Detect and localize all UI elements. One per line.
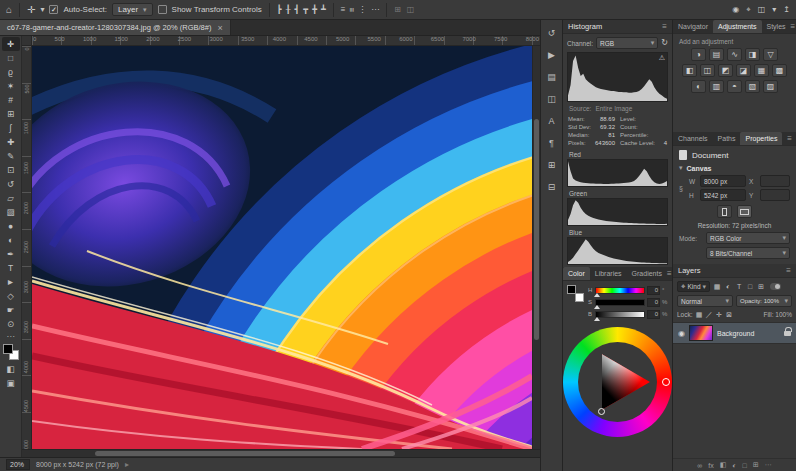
current-tool-icon[interactable]: ✛ [27,5,35,15]
share-icon[interactable]: ↥ [783,6,790,14]
triangle-selector[interactable] [598,408,605,415]
opacity-dropdown[interactable]: Opacity: 100% ▾ [736,295,792,307]
workspace-chevron-icon[interactable]: ▾ [772,6,776,14]
tab-adjustments[interactable]: Adjustments [713,20,762,33]
tab-libraries[interactable]: Libraries [590,267,627,280]
hue-slider[interactable] [595,287,645,294]
horizontal-scrollbar-thumb[interactable] [95,451,395,456]
path-selection-tool[interactable]: ► [2,275,20,289]
hue-slider-value[interactable]: 0 [647,286,660,295]
threshold-icon[interactable]: ◓ [727,80,742,93]
link-dimensions-icon[interactable]: § [679,185,686,192]
width-field[interactable]: 8000 px [700,175,746,187]
history-brush-tool[interactable]: ↺ [2,177,20,191]
pixel-filter-icon[interactable]: ▦ [712,282,722,292]
paragraph-panel-icon[interactable]: ¶ [544,136,560,149]
edit-toolbar-icon[interactable]: ⋯ [7,332,15,341]
document-tab[interactable]: c67-78-gamer-and-creator-1280307384.jpg … [0,20,231,35]
invert-icon[interactable]: ◐ [691,80,706,93]
exposure-icon[interactable]: ◨ [745,48,760,61]
tab-gradients[interactable]: Gradients [627,267,667,280]
align-middle-icon[interactable]: ╋ [312,6,317,14]
brush-settings-panel-icon[interactable]: ⊟ [544,180,560,193]
workspace-switcher-icon[interactable]: ◫ [758,6,766,14]
selective-color-icon[interactable]: ▧ [745,80,760,93]
pen-tool[interactable]: ✒ [2,247,20,261]
shape-tool[interactable]: ◇ [2,289,20,303]
brightness-slider[interactable] [595,311,645,318]
portrait-orientation-button[interactable] [717,205,732,218]
blur-tool[interactable]: ● [2,219,20,233]
align-center-horizontal-icon[interactable]: ╂ [286,6,291,14]
panel-menu-icon[interactable]: ≡ [786,266,791,275]
align-left-icon[interactable]: ┣ [277,6,282,14]
panel-menu-icon[interactable]: ≡ [787,134,792,143]
workspace-overlay-icon[interactable]: ◫ [407,6,415,14]
foreground-color-swatch[interactable] [567,285,576,294]
landscape-orientation-button[interactable] [737,205,752,218]
section-chevron-icon[interactable]: ▾ [679,164,683,172]
saturation-slider-value[interactable]: 0 [647,298,660,307]
lock-transparency-icon[interactable]: ▦ [695,310,704,319]
vertical-scrollbar-thumb[interactable] [534,119,539,341]
adjustment-filter-icon[interactable]: ◐ [723,282,733,292]
layer-mask-icon[interactable]: ◧ [720,461,727,469]
layers-panel-header[interactable]: Layers ≡ [673,264,796,278]
character-panel-icon[interactable]: A [544,114,560,127]
ruler-horizontal[interactable]: 0500100015002000250030003500400045005000… [32,36,540,46]
curves-icon[interactable]: ∿ [727,48,742,61]
color-mode-dropdown[interactable]: RGB Color ▾ [706,232,790,244]
tab-properties[interactable]: Properties [740,132,782,145]
link-layers-icon[interactable]: ∞ [697,462,702,469]
distribute-spacing-icon[interactable]: ⋮ [358,6,366,14]
ruler-corner[interactable] [22,36,32,46]
search-icon[interactable]: ⌖ [746,6,751,14]
zoom-tool[interactable]: ⊙ [2,317,20,331]
background-color-swatch[interactable] [575,293,584,302]
dodge-tool[interactable]: ◐ [2,233,20,247]
type-filter-icon[interactable]: T [734,282,744,292]
brightness-contrast-icon[interactable]: ◑ [691,48,706,61]
quick-mask-icon[interactable]: ◧ [2,362,20,376]
color-lookup-icon[interactable]: ▩ [772,64,787,77]
layer-effects-icon[interactable]: fx [708,462,713,469]
info-panel-icon[interactable]: ▤ [544,70,560,83]
color-balance-icon[interactable]: ◫ [700,64,715,77]
panel-menu-icon[interactable]: ≡ [791,22,796,31]
histogram-panel-header[interactable]: Histogram ≡ [563,20,672,34]
vertical-scrollbar[interactable] [532,46,540,449]
lock-pixels-icon[interactable]: ／ [705,310,714,319]
screen-mode-icon[interactable]: ▣ [2,376,20,390]
panel-menu-icon[interactable]: ≡ [662,22,667,31]
type-tool[interactable]: T [2,261,20,275]
marquee-tool[interactable]: □ [2,51,20,65]
adjustment-layer-icon[interactable]: ◐ [732,462,736,469]
uncached-warning-icon[interactable]: ⚠ [659,54,665,62]
gradient-map-icon[interactable]: ▨ [763,80,778,93]
status-chevron-icon[interactable]: ▸ [125,461,129,469]
x-field[interactable] [760,175,790,187]
lasso-tool[interactable]: ϱ [2,65,20,79]
foreground-color-swatch[interactable] [3,344,13,354]
hue-saturation-icon[interactable]: ◧ [682,64,697,77]
hue-ring-selector[interactable] [662,378,670,386]
y-field[interactable] [760,189,790,201]
hue-slider-thumb[interactable] [594,293,600,297]
distribute-vertical-icon[interactable]: ≡ [341,6,346,14]
posterize-icon[interactable]: ▥ [709,80,724,93]
photo-filter-icon[interactable]: ◪ [736,64,751,77]
move-tool[interactable]: ✛ [2,37,20,51]
layer-thumbnail[interactable] [689,325,713,341]
brightness-slider-value[interactable]: 0 [647,310,660,319]
more-options-icon[interactable]: ⋯ [371,6,379,14]
layer-group-icon[interactable]: □ [743,462,747,469]
tab-styles[interactable]: Styles [762,20,791,33]
new-layer-icon[interactable]: ⊞ [753,461,759,469]
vibrance-icon[interactable]: ▽ [763,48,778,61]
layer-row-background[interactable]: ◉ Background [673,322,796,344]
source-value[interactable]: Entire Image [595,105,632,112]
refresh-icon[interactable]: ↻ [661,39,668,47]
frame-tool[interactable]: ⊞ [2,107,20,121]
saturation-slider-thumb[interactable] [594,305,600,309]
color-triangle[interactable] [578,342,658,422]
